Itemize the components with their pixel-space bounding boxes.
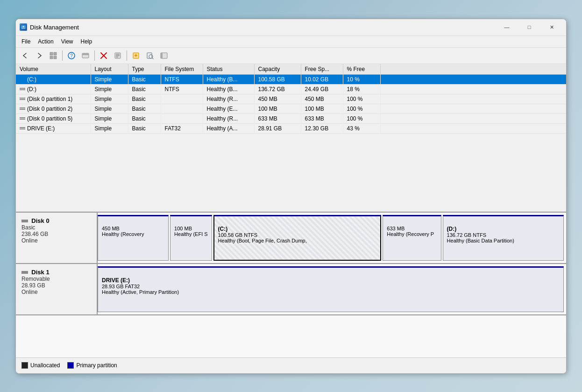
svg-text:?: ? xyxy=(70,53,73,58)
table-row[interactable]: (C:) Simple Basic NTFS Healthy (B... 100… xyxy=(16,74,566,84)
cell-layout: Simple xyxy=(91,123,128,133)
menu-action[interactable]: Action xyxy=(34,37,57,46)
cell-free: 633 MB xyxy=(301,114,343,123)
part-status: Healthy (EFI S xyxy=(174,231,208,237)
back-button[interactable] xyxy=(19,50,32,62)
show-volume-button[interactable] xyxy=(47,50,60,62)
cell-capacity: 100.58 GB xyxy=(254,74,301,84)
col-capacity[interactable]: Capacity xyxy=(254,64,301,75)
table-row[interactable]: DRIVE (E:) Simple Basic FAT32 Healthy (A… xyxy=(16,123,566,133)
help-button[interactable]: ? xyxy=(65,50,78,62)
legend-primary-icon xyxy=(67,362,74,369)
disk-view-button[interactable] xyxy=(79,50,92,62)
svg-text:+: + xyxy=(134,52,137,59)
part-name: (C:) xyxy=(218,226,377,232)
cell-filesystem xyxy=(161,94,203,104)
col-layout[interactable]: Layout xyxy=(91,64,128,75)
toolbar-separator-3 xyxy=(127,50,127,61)
partition-0-1[interactable]: 100 MBHealthy (EFI S xyxy=(170,215,212,261)
svg-rect-28 xyxy=(20,89,25,90)
cell-extra xyxy=(380,114,566,123)
cell-pctfree: 100 % xyxy=(343,94,380,104)
toolbar: ? + xyxy=(16,48,566,64)
disk-row-0: Disk 0 Basic 238.46 GB Online 450 MBHeal… xyxy=(16,213,566,264)
part-size: 100.58 GB NTFS xyxy=(218,232,377,238)
cell-volume: (Disk 0 partition 2) xyxy=(16,104,91,114)
partition-0-4[interactable]: (D:)136.72 GB NTFSHealthy (Basic Data Pa… xyxy=(443,215,564,261)
cell-status: Healthy (B... xyxy=(203,84,254,94)
cell-extra xyxy=(380,123,566,133)
cell-extra xyxy=(380,84,566,94)
cell-free: 100 MB xyxy=(301,104,343,114)
cell-layout: Simple xyxy=(91,104,128,114)
part-status: Healthy (Basic Data Partition) xyxy=(447,238,560,243)
cell-extra xyxy=(380,74,566,84)
cell-volume: DRIVE (E:) xyxy=(16,123,91,133)
svg-rect-6 xyxy=(50,56,53,59)
volume-table-area[interactable]: Volume Layout Type File System Status Ca… xyxy=(16,64,566,213)
cell-pctfree: 10 % xyxy=(343,74,380,84)
cell-capacity: 136.72 GB xyxy=(254,84,301,94)
part-status: Healthy (Recovery P xyxy=(387,231,437,237)
partition-0-2[interactable]: (C:)100.58 GB NTFSHealthy (Boot, Page Fi… xyxy=(213,215,382,261)
close-button[interactable]: ✕ xyxy=(541,20,562,34)
disk-area: Disk 0 Basic 238.46 GB Online 450 MBHeal… xyxy=(16,213,566,357)
content-area: Volume Layout Type File System Status Ca… xyxy=(16,64,566,373)
cell-volume: (C:) xyxy=(16,74,91,84)
menu-file[interactable]: File xyxy=(18,37,34,46)
svg-rect-30 xyxy=(20,99,25,100)
cell-type: Basic xyxy=(128,84,161,94)
disk-row-1: Disk 1 Removable 28.93 GB Online DRIVE (… xyxy=(16,264,566,315)
svg-rect-34 xyxy=(20,119,25,120)
cell-filesystem xyxy=(161,114,203,123)
table-row[interactable]: (Disk 0 partition 2) Simple Basic Health… xyxy=(16,104,566,114)
new-button[interactable]: + xyxy=(129,50,142,62)
cell-volume: (Disk 0 partition 5) xyxy=(16,114,91,123)
table-row[interactable]: (D:) Simple Basic NTFS Healthy (B... 136… xyxy=(16,84,566,94)
part-status: Healthy (Recovery xyxy=(102,231,164,237)
col-free[interactable]: Free Sp... xyxy=(301,64,343,75)
legend-bar: Unallocated Primary partition xyxy=(16,357,566,373)
cell-status: Healthy (R... xyxy=(203,114,254,123)
cell-capacity: 633 MB xyxy=(254,114,301,123)
toolbar-separator-1 xyxy=(62,50,63,61)
svg-rect-27 xyxy=(20,88,25,89)
menu-bar: File Action View Help xyxy=(16,36,566,48)
search-button[interactable] xyxy=(143,50,156,62)
part-status: Healthy (Active, Primary Partition) xyxy=(102,289,560,295)
toolbar-separator-2 xyxy=(94,50,95,61)
disk-status: Online xyxy=(21,289,91,295)
maximize-button[interactable]: □ xyxy=(518,20,540,34)
col-volume[interactable]: Volume xyxy=(16,64,91,75)
table-row[interactable]: (Disk 0 partition 5) Simple Basic Health… xyxy=(16,114,566,123)
svg-rect-25 xyxy=(20,78,25,79)
svg-rect-37 xyxy=(21,220,28,222)
delete-button[interactable] xyxy=(97,50,110,62)
part-size: 450 MB xyxy=(102,226,164,231)
partition-0-3[interactable]: 633 MBHealthy (Recovery P xyxy=(383,215,441,261)
col-pctfree[interactable]: % Free xyxy=(343,64,380,75)
minimize-button[interactable]: — xyxy=(496,20,518,34)
volume-table: Volume Layout Type File System Status Ca… xyxy=(16,64,566,134)
properties-button[interactable] xyxy=(111,50,124,62)
cell-pctfree: 43 % xyxy=(343,123,380,133)
cell-capacity: 100 MB xyxy=(254,104,301,114)
cell-filesystem: NTFS xyxy=(161,84,203,94)
partition-1-0[interactable]: DRIVE (E:)28.93 GB FAT32Healthy (Active,… xyxy=(98,266,564,312)
menu-view[interactable]: View xyxy=(57,37,77,46)
format-button[interactable] xyxy=(157,50,170,62)
cell-filesystem: NTFS xyxy=(161,74,203,84)
disk-partitions-0: 450 MBHealthy (Recovery100 MBHealthy (EF… xyxy=(98,213,566,263)
cell-free: 24.49 GB xyxy=(301,84,343,94)
col-type[interactable]: Type xyxy=(128,64,161,75)
svg-rect-4 xyxy=(50,52,53,55)
disk-partitions-1: DRIVE (E:)28.93 GB FAT32Healthy (Active,… xyxy=(98,264,566,314)
cell-filesystem: FAT32 xyxy=(161,123,203,133)
col-filesystem[interactable]: File System xyxy=(161,64,203,75)
partition-0-0[interactable]: 450 MBHealthy (Recovery xyxy=(98,215,169,261)
menu-help[interactable]: Help xyxy=(77,37,96,46)
cell-type: Basic xyxy=(128,114,161,123)
table-row[interactable]: (Disk 0 partition 1) Simple Basic Health… xyxy=(16,94,566,104)
forward-button[interactable] xyxy=(33,50,46,62)
col-status[interactable]: Status xyxy=(203,64,254,75)
